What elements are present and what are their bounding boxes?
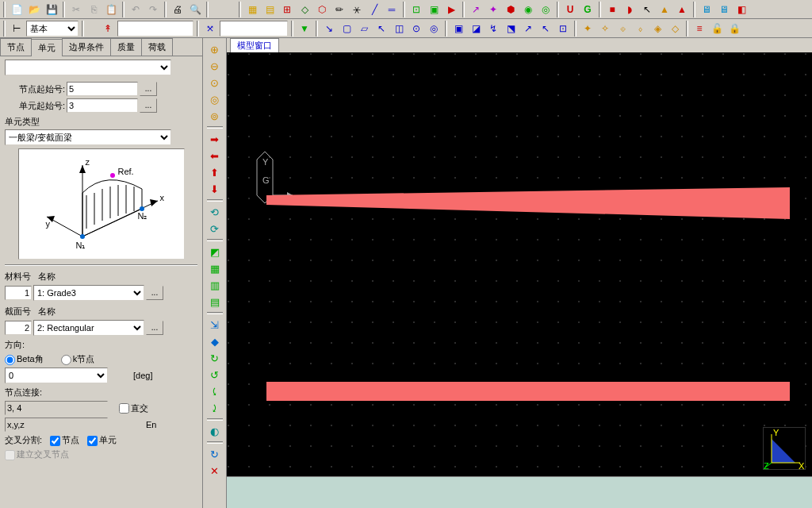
shade-icon[interactable]: ◐: [206, 423, 224, 439]
rot3-icon[interactable]: ⤹: [206, 383, 224, 399]
undo-icon[interactable]: ↶: [128, 2, 144, 17]
sel1-icon[interactable]: ↗: [468, 2, 484, 17]
preview-icon[interactable]: 🔍: [187, 2, 203, 17]
node-start-input[interactable]: [67, 82, 138, 96]
rotate1-icon[interactable]: ⟲: [206, 204, 224, 220]
zoom-fit-icon[interactable]: ⊙: [206, 75, 224, 90]
open-icon[interactable]: 📂: [26, 2, 42, 17]
zoom-win-icon[interactable]: ◎: [206, 91, 224, 107]
mode-select[interactable]: 基本: [26, 21, 79, 37]
copy-icon[interactable]: ⎘: [86, 2, 102, 17]
refresh2-icon[interactable]: ✕: [206, 463, 224, 479]
line-icon[interactable]: ╱: [366, 2, 382, 17]
paste-icon[interactable]: 📋: [103, 2, 119, 17]
pt4-icon[interactable]: ⬨: [632, 21, 648, 37]
section-no-input[interactable]: [5, 321, 32, 335]
ortho-check-label[interactable]: 直交: [119, 402, 148, 414]
line2-icon[interactable]: ═: [384, 2, 400, 17]
view-front-icon[interactable]: ▥: [206, 277, 224, 293]
knode-radio[interactable]: [61, 355, 71, 365]
sel-a-icon[interactable]: ↘: [321, 21, 337, 37]
beta-value-select[interactable]: 0: [5, 368, 108, 383]
elem-start-input[interactable]: [67, 98, 138, 113]
viewport-tab[interactable]: 模型窗口: [230, 38, 279, 52]
sel-e-icon[interactable]: ◫: [391, 21, 407, 37]
elem-start-browse[interactable]: ...: [140, 98, 157, 113]
win6-icon[interactable]: ↖: [538, 21, 553, 37]
cb-elem-label[interactable]: 单元: [87, 434, 117, 446]
xyz-input[interactable]: [5, 418, 108, 432]
win5-icon[interactable]: ↗: [520, 21, 536, 37]
sel-b-icon[interactable]: ▢: [339, 21, 354, 37]
struct2-icon[interactable]: ▣: [426, 2, 442, 17]
wand2-icon[interactable]: ⚹: [349, 2, 365, 17]
cb-node-label[interactable]: 节点: [50, 434, 79, 446]
zoom-prev-icon[interactable]: ⊚: [206, 108, 224, 124]
sel4-icon[interactable]: ◉: [520, 2, 536, 17]
render4-icon[interactable]: ▲: [674, 2, 690, 17]
sel-f-icon[interactable]: ⊙: [408, 21, 424, 37]
coord-icon[interactable]: ↟: [100, 21, 116, 37]
view-iso-icon[interactable]: ◩: [206, 244, 224, 260]
cursor-icon[interactable]: ↖: [639, 2, 655, 17]
sel-c-icon[interactable]: ▱: [356, 21, 372, 37]
pt6-icon[interactable]: ◇: [667, 21, 683, 37]
rot-icon[interactable]: ↻: [206, 350, 224, 366]
arrow-left-icon[interactable]: ⬅: [206, 148, 224, 164]
rot2-icon[interactable]: ↺: [206, 367, 224, 383]
display2-icon[interactable]: 🖥: [716, 2, 732, 17]
display3-icon[interactable]: ◧: [733, 2, 749, 17]
ucs-icon[interactable]: ⊢: [9, 21, 25, 37]
beta-radio[interactable]: [5, 355, 15, 365]
coord-input-2[interactable]: [220, 21, 288, 37]
arrow-right-icon[interactable]: ➡: [206, 131, 224, 147]
win4-icon[interactable]: ⬔: [503, 21, 519, 37]
sel2-icon[interactable]: ✦: [485, 2, 501, 17]
sel5-icon[interactable]: ◎: [538, 2, 553, 17]
print-icon[interactable]: 🖨: [170, 2, 186, 17]
struct1-icon[interactable]: ⊡: [408, 2, 424, 17]
coord-input-1[interactable]: [117, 21, 193, 37]
save-icon[interactable]: 💾: [44, 2, 59, 17]
render1-icon[interactable]: ■: [604, 2, 620, 17]
beta-radio-label[interactable]: Beta角: [5, 353, 44, 365]
material-browse[interactable]: ...: [146, 286, 163, 300]
view-side-icon[interactable]: ▤: [206, 294, 224, 310]
tab-mass[interactable]: 质量: [110, 38, 142, 56]
sel-d-icon[interactable]: ↖: [373, 21, 389, 37]
section-browse[interactable]: ...: [146, 321, 163, 335]
tool2-icon[interactable]: ⬡: [314, 2, 330, 17]
m1-icon[interactable]: ≡: [691, 21, 707, 37]
pt1-icon[interactable]: ✦: [580, 21, 596, 37]
elem-type-select[interactable]: 一般梁/变截面梁: [5, 129, 171, 145]
sel3-icon[interactable]: ⬢: [503, 2, 519, 17]
material-name-select[interactable]: 1: Grade3: [33, 285, 144, 301]
render3-icon[interactable]: ▲: [657, 2, 672, 17]
sel-g-icon[interactable]: ◎: [426, 21, 442, 37]
ortho-check[interactable]: [119, 403, 129, 414]
section-name-select[interactable]: 2: Rectangular: [33, 320, 144, 336]
redo-icon[interactable]: ↷: [145, 2, 161, 17]
knode-radio-label[interactable]: k节点: [61, 353, 95, 365]
wand-icon[interactable]: ✏: [331, 2, 347, 17]
zoom-in-icon[interactable]: ⊕: [206, 41, 224, 57]
filter-icon[interactable]: ▼: [297, 21, 312, 37]
pt3-icon[interactable]: ⟐: [615, 21, 630, 37]
tool-icon[interactable]: ◇: [297, 2, 312, 17]
view-top-icon[interactable]: ▦: [206, 260, 224, 276]
panel-top-select[interactable]: [5, 60, 171, 75]
plane-icon[interactable]: ◆: [206, 333, 224, 349]
rot4-icon[interactable]: ⤸: [206, 400, 224, 416]
win2-icon[interactable]: ◪: [468, 21, 484, 37]
snap-icon[interactable]: ⊞: [279, 2, 295, 17]
g-icon[interactable]: G: [580, 2, 596, 17]
rotate2-icon[interactable]: ⟳: [206, 221, 224, 237]
cb-node[interactable]: [50, 436, 60, 446]
display1-icon[interactable]: 🖥: [699, 2, 714, 17]
m2-icon[interactable]: 🔓: [709, 21, 725, 37]
cut-icon[interactable]: ✂: [68, 2, 84, 17]
arrow-up-icon[interactable]: ⬆: [206, 164, 224, 180]
win7-icon[interactable]: ⊡: [555, 21, 571, 37]
material-no-input[interactable]: [5, 286, 32, 300]
new-icon[interactable]: 📄: [9, 2, 25, 17]
